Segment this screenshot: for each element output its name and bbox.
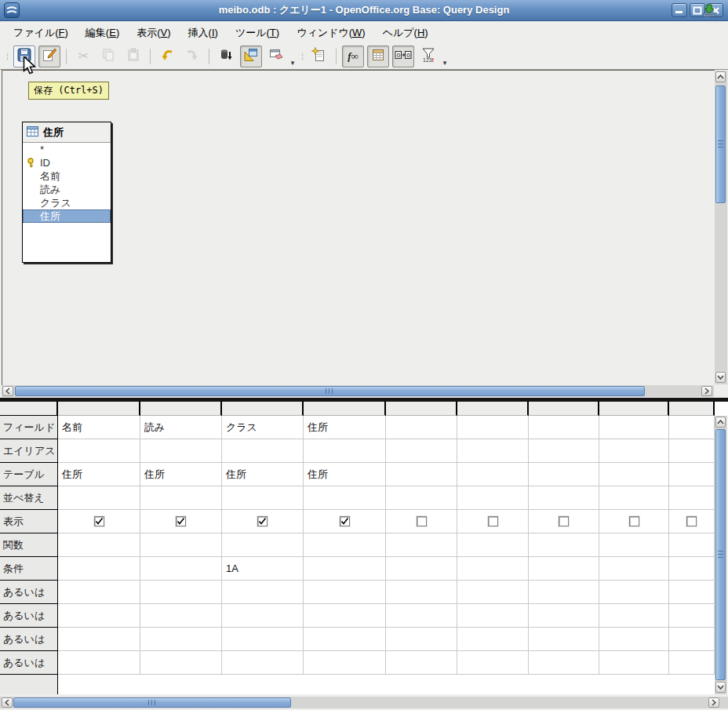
grid-column-header-4[interactable]: [304, 402, 386, 416]
table-field-list-panel[interactable]: 住所 *ID名前読みクラス住所: [22, 122, 111, 263]
grid-column-header-2[interactable]: [140, 402, 222, 416]
cell-alias-col9[interactable]: [669, 439, 715, 463]
cell-visible-col9[interactable]: [669, 510, 715, 533]
visible-checkbox-col2-checked[interactable]: [176, 516, 186, 526]
cell-table-col3[interactable]: 住所: [222, 463, 304, 486]
cell-field-col5[interactable]: [386, 416, 457, 439]
top-pane-horizontal-scrollbar[interactable]: [2, 385, 714, 397]
grid-column-header-6[interactable]: [457, 402, 529, 416]
cell-function-col8[interactable]: [599, 533, 669, 557]
scroll-thumb[interactable]: [13, 697, 291, 708]
cell-or-4-col2[interactable]: [140, 651, 222, 675]
menu-item-view[interactable]: 表示(V): [129, 24, 177, 42]
field-item-id[interactable]: ID: [23, 156, 111, 169]
grid-row-label-alias[interactable]: エイリアス: [0, 439, 58, 463]
cell-or-1-col7[interactable]: [529, 581, 599, 604]
clear-query-button[interactable]: [265, 46, 287, 67]
grid-row-label-criterion[interactable]: 条件: [0, 557, 58, 581]
toolbar-overflow-arrow-icon[interactable]: ▾: [289, 59, 297, 67]
redo-button[interactable]: [181, 46, 203, 67]
grid-row-label-function[interactable]: 関数: [0, 533, 58, 557]
toolbar-overflow-arrow-icon[interactable]: ▾: [441, 59, 449, 67]
undo-button[interactable]: [156, 46, 178, 67]
table-name-toggle-button[interactable]: [367, 46, 389, 67]
cell-or-2-col2[interactable]: [140, 604, 222, 628]
menu-item-tools[interactable]: ツール(T): [228, 24, 286, 42]
cell-or-4-col6[interactable]: [457, 651, 529, 675]
cell-visible-col2[interactable]: [140, 510, 222, 533]
distinct-values-button[interactable]: 123 !: [417, 46, 439, 67]
visible-checkbox-col3-checked[interactable]: [257, 516, 268, 526]
cell-or-2-col5[interactable]: [386, 604, 457, 628]
cell-alias-col2[interactable]: [140, 439, 222, 463]
cell-or-1-col4[interactable]: [304, 581, 386, 604]
cell-sort-col4[interactable]: [304, 486, 386, 510]
cell-criterion-col9[interactable]: [669, 557, 715, 581]
menu-item-edit[interactable]: 編集(E): [78, 24, 126, 42]
update-notification-icon[interactable]: [700, 2, 719, 19]
cell-function-col7[interactable]: [529, 533, 599, 557]
alias-toggle-button[interactable]: 0 0: [392, 46, 414, 67]
cell-sort-col9[interactable]: [669, 486, 715, 510]
visible-checkbox-col1-checked[interactable]: [94, 516, 104, 526]
cell-criterion-col8[interactable]: [599, 557, 669, 581]
grid-horizontal-scrollbar[interactable]: [0, 697, 728, 708]
scroll-up-button[interactable]: [715, 71, 726, 82]
cell-alias-col8[interactable]: [599, 439, 669, 463]
cell-field-col3[interactable]: クラス: [222, 416, 304, 439]
cell-sort-col8[interactable]: [599, 486, 669, 510]
grid-corner-header[interactable]: [0, 402, 58, 416]
scroll-thumb[interactable]: [715, 86, 726, 203]
menu-item-help[interactable]: ヘルプ(H): [376, 24, 435, 42]
cell-table-col4[interactable]: 住所: [304, 463, 386, 486]
cell-visible-col4[interactable]: [304, 510, 386, 533]
cell-table-col8[interactable]: [599, 463, 669, 486]
cell-sort-col6[interactable]: [457, 486, 529, 510]
cell-visible-col8[interactable]: [599, 510, 669, 533]
grid-row-label-field[interactable]: フィールド: [0, 416, 58, 439]
scroll-up-button[interactable]: [715, 417, 726, 428]
cell-sort-col2[interactable]: [140, 486, 222, 510]
cell-or-3-col1[interactable]: [58, 628, 140, 651]
cell-criterion-col6[interactable]: [457, 557, 529, 581]
cell-or-2-col6[interactable]: [457, 604, 529, 628]
grid-column-header-8[interactable]: [599, 402, 669, 416]
cell-table-col2[interactable]: 住所: [140, 463, 222, 486]
cell-or-2-col3[interactable]: [222, 604, 304, 628]
scroll-down-button[interactable]: [715, 682, 726, 693]
cell-or-3-col6[interactable]: [457, 628, 529, 651]
cell-function-col1[interactable]: [58, 533, 140, 557]
cell-function-col6[interactable]: [457, 533, 529, 557]
grid-row-label-sort[interactable]: 並べ替え: [0, 486, 58, 510]
cell-or-2-col9[interactable]: [669, 604, 715, 628]
cell-function-col9[interactable]: [669, 533, 715, 557]
cell-visible-col1[interactable]: [58, 510, 140, 533]
cell-or-3-col2[interactable]: [140, 628, 222, 651]
visible-checkbox-col8-unchecked[interactable]: [629, 516, 639, 526]
cell-or-2-col1[interactable]: [58, 604, 140, 628]
cell-or-1-col9[interactable]: [669, 581, 715, 604]
cell-sort-col7[interactable]: [529, 486, 599, 510]
cell-or-1-col6[interactable]: [457, 581, 529, 604]
grid-row-label-visible[interactable]: 表示: [0, 510, 58, 533]
cell-function-col2[interactable]: [140, 533, 222, 557]
grid-row-label-table[interactable]: テーブル: [0, 463, 58, 486]
visible-checkbox-col4-checked[interactable]: [340, 516, 350, 526]
cell-table-col1[interactable]: 住所: [58, 463, 140, 486]
paste-button[interactable]: [122, 46, 144, 67]
grid-column-header-3[interactable]: [222, 402, 304, 416]
scroll-right-button[interactable]: [701, 386, 712, 396]
grid-column-header-9[interactable]: [669, 402, 715, 416]
cell-alias-col6[interactable]: [457, 439, 529, 463]
title-bar[interactable]: meibo.odb : クエリー1 - OpenOffice.org Base:…: [0, 0, 728, 21]
scroll-left-button[interactable]: [2, 697, 13, 708]
add-table-button[interactable]: [308, 46, 330, 67]
cell-or-3-col3[interactable]: [222, 628, 304, 651]
cell-criterion-col4[interactable]: [304, 557, 386, 581]
cell-field-col8[interactable]: [599, 416, 669, 439]
cell-or-3-col8[interactable]: [599, 628, 669, 651]
grid-row-label-or-4[interactable]: あるいは: [0, 651, 58, 675]
cell-or-3-col7[interactable]: [529, 628, 599, 651]
cell-criterion-col3[interactable]: 1A: [222, 557, 304, 581]
cell-or-1-col2[interactable]: [140, 581, 222, 604]
